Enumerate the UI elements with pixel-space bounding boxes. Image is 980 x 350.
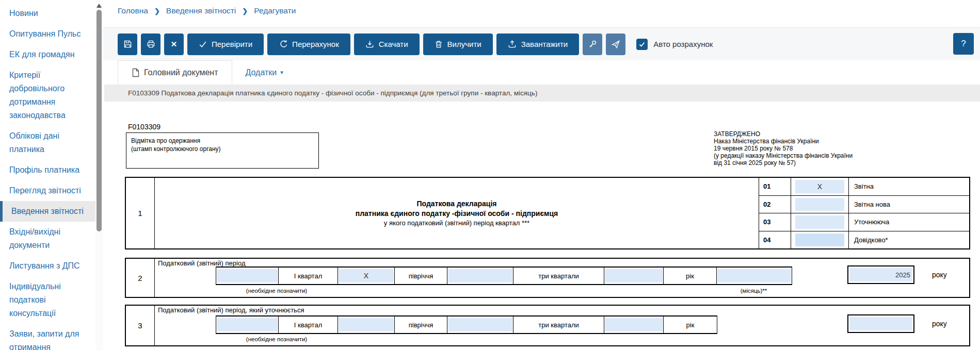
sidebar-item-in-out-documents[interactable]: Вхідні/вихідні документи: [0, 222, 95, 256]
toolbar: ✕ Перевірити Перерахунок Скачати: [103, 28, 980, 60]
save-button[interactable]: [118, 34, 137, 55]
type-input-cell: [791, 231, 849, 249]
recalculate-button[interactable]: Перерахунок: [267, 34, 350, 55]
recalculate-label: Перерахунок: [292, 40, 339, 48]
tab-main-document[interactable]: Головний документ: [118, 60, 232, 85]
close-icon: ✕: [171, 40, 178, 48]
table-row: 02 Звітна нова: [759, 196, 969, 214]
note-mark-required: (необхідне позначити): [216, 288, 338, 294]
sidebar-item-correspondence-dps[interactable]: Листування з ДПС: [0, 256, 95, 276]
print-button[interactable]: [141, 34, 160, 55]
sidebar-item-individual-consultations[interactable]: Індивідуальні податкові консультації: [0, 276, 95, 324]
type-input-cell: [791, 213, 849, 231]
declaration-title-line2: платника єдиного податку -фізичної особи…: [356, 209, 558, 218]
type-utochnyuyucha-input[interactable]: [795, 215, 844, 229]
clarified-year-mark-label: рік: [664, 316, 717, 333]
sidebar-item-pulse-survey[interactable]: Опитування Пульс: [0, 24, 95, 44]
scrollbar-thumb[interactable]: [97, 10, 102, 231]
type-input-cell: X: [791, 178, 849, 195]
verify-button[interactable]: Перевірити: [187, 34, 264, 55]
clarified-year-mark-input[interactable]: [605, 318, 663, 331]
type-code: 01: [759, 178, 791, 195]
clarified-half-input[interactable]: [339, 318, 394, 331]
year-input[interactable]: 2025: [849, 268, 912, 281]
key-icon: [588, 40, 597, 48]
period-q1-input[interactable]: [217, 269, 278, 282]
tab-attachments[interactable]: Додатки ▾: [232, 60, 297, 85]
close-button[interactable]: ✕: [164, 34, 184, 55]
sidebar: Новини Опитування Пульс ЕК для громадян …: [0, 0, 103, 350]
year-suffix-label: року: [932, 271, 947, 279]
sidebar-item-taxpayer-data[interactable]: Облікові дані платника: [0, 126, 95, 160]
stamp-line1: Відмітка про одержання: [131, 137, 314, 145]
sidebar-item-taxpayer-profile[interactable]: Профіль платника: [0, 160, 95, 180]
breadcrumb: Головна ❯ Введення звітності ❯ Редагуват…: [118, 6, 296, 15]
checkbox-checked-icon[interactable]: [636, 39, 648, 50]
sidebar-item-compliance-criteria[interactable]: Критерії добровільного дотримання законо…: [0, 65, 95, 126]
sidebar-item-requests-info[interactable]: Заяви, запити для отримання інформації: [0, 324, 95, 350]
period-table: І квартал X півріччя три квартали рік: [216, 266, 792, 285]
caret-down-icon: ▾: [280, 69, 283, 76]
note-mark-required: (необхідне позначити): [216, 336, 338, 342]
main-area: Головна ❯ Введення звітності ❯ Редагуват…: [103, 0, 980, 350]
document-icon: [132, 68, 140, 77]
clarified-half-label: півріччя: [395, 316, 447, 333]
table-row: 04 Довідково*: [759, 231, 969, 249]
period-year-mark-input[interactable]: [605, 269, 663, 282]
clarified-threeq-input[interactable]: [448, 318, 512, 331]
sidebar-item-ek-citizens[interactable]: ЕК для громадян: [0, 44, 95, 65]
clarified-q1-label: І квартал: [279, 316, 338, 333]
declaration-title: Податкова декларація платника єдиного по…: [155, 178, 759, 248]
row-number: 2: [126, 259, 155, 297]
breadcrumb-home[interactable]: Головна: [118, 6, 148, 15]
period-threeq-label: три квартали: [513, 268, 604, 284]
type-input-cell: [791, 196, 849, 213]
download-label: Скачати: [379, 40, 408, 48]
year-box: 2025: [847, 265, 914, 284]
type-zvitna-nova-input[interactable]: [795, 198, 844, 211]
period-month-input[interactable]: [717, 269, 791, 282]
period-half-input[interactable]: X: [339, 269, 394, 282]
clarified-q1-input[interactable]: [217, 318, 278, 331]
app-window: Новини Опитування Пульс ЕК для громадян …: [0, 0, 980, 350]
sidebar-scrollbar[interactable]: [95, 0, 103, 350]
scroll-up-icon[interactable]: [97, 4, 102, 8]
print-icon: [147, 40, 155, 48]
sign-key-button[interactable]: [583, 34, 602, 55]
type-zvitna-input[interactable]: X: [795, 180, 844, 193]
refresh-icon: [279, 40, 287, 48]
row-number: 1: [126, 178, 155, 248]
period-threeq-input[interactable]: [448, 269, 512, 282]
declaration-title-line3: у якого податковий (звітний) період квар…: [384, 219, 529, 227]
upload-icon: [508, 40, 517, 48]
upload-button[interactable]: Завантажити: [496, 34, 580, 55]
approved-line: від 31 січня 2025 року № 57): [714, 160, 874, 167]
autocalc-toggle[interactable]: Авто розрахунок: [636, 39, 713, 50]
clarified-year-input[interactable]: [849, 317, 912, 330]
period-q1-label: І квартал: [279, 268, 338, 284]
tab-main-document-label: Головний документ: [144, 68, 218, 77]
delete-button[interactable]: Вилучити: [423, 34, 493, 55]
receipt-stamp-box: Відмітка про одержання (штамп контролююч…: [126, 132, 319, 169]
help-button[interactable]: ?: [953, 33, 974, 55]
breadcrumb-enter-reporting[interactable]: Введення звітності: [166, 6, 236, 15]
autocalc-label: Авто розрахунок: [653, 40, 713, 48]
note-month: (місяць)**: [716, 288, 791, 294]
type-label: Довідково*: [849, 231, 969, 249]
declaration-type-table: 01 X Звітна 02 Звітна нова 03: [759, 178, 969, 248]
upload-label: Завантажити: [521, 40, 568, 48]
trash-icon: [435, 40, 443, 48]
tab-bar: Головний документ Додатки ▾: [103, 60, 980, 85]
sidebar-item-news[interactable]: Новини: [0, 3, 95, 24]
sidebar-nav: Новини Опитування Пульс ЕК для громадян …: [0, 0, 103, 350]
sidebar-item-enter-reporting[interactable]: Введення звітності: [0, 201, 95, 222]
type-dovidkovo-input[interactable]: [795, 234, 844, 247]
sidebar-item-view-reporting[interactable]: Перегляд звітності: [0, 180, 95, 201]
send-button[interactable]: [606, 34, 625, 55]
form-code-label: F0103309: [128, 123, 160, 131]
table-row: 01 X Звітна: [759, 178, 969, 196]
tab-attachments-label: Додатки: [246, 68, 277, 77]
approved-block: ЗАТВЕРДЖЕНО Наказ Міністерства фінансів …: [714, 131, 874, 167]
download-button[interactable]: Скачати: [354, 34, 420, 55]
clarified-period-header: Податковий (звітний) період, який уточню…: [158, 306, 304, 314]
